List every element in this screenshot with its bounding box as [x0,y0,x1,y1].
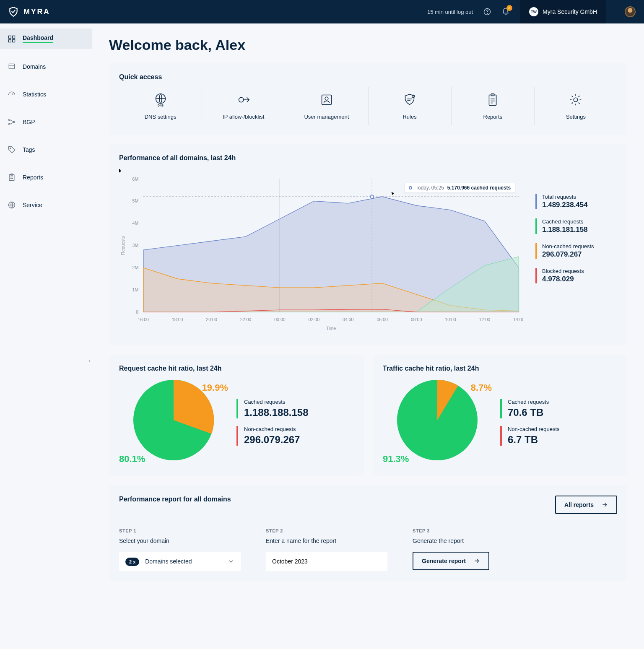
quick-user-management[interactable]: User management [285,87,368,125]
report-name-input[interactable] [272,558,381,565]
legend-value: 6.7 TB [508,434,617,446]
legend-label: Cached requests [542,218,617,225]
tooltip-value: 5.170.966 cached requests [447,185,511,191]
all-reports-label: All reports [564,501,594,508]
legend-value: 1.489.238.454 [542,201,617,209]
tag-icon [8,145,16,154]
report-icon [485,92,501,108]
svg-text:Requests: Requests [120,236,125,255]
performance-title: Performance of all domains, last 24h [119,154,617,162]
quick-reports[interactable]: Reports [452,87,535,125]
all-reports-button[interactable]: All reports [555,496,617,514]
step-number: STEP 3 [413,528,489,533]
quick-access-panel: Quick access DNS DNS settings IP allow-/… [109,63,627,135]
svg-rect-5 [13,39,15,42]
notification-badge: 2 [506,5,512,11]
legend-value: 296.079.267 [244,434,353,446]
quick-label: Reports [483,114,503,120]
help-icon[interactable] [483,8,491,16]
svg-rect-20 [489,95,496,106]
svg-point-22 [574,98,578,102]
quick-label: DNS settings [145,114,177,120]
svg-text:14:00: 14:00 [513,317,523,322]
legend-value: 70.6 TB [508,407,617,418]
sidebar-item-label: Statistics [23,91,46,98]
legend-item: Non-cached requests 6.7 TB [500,426,617,446]
sidebar-item-reports[interactable]: Reports [0,167,92,187]
sidebar-collapse-button[interactable] [87,355,93,367]
quick-label: Rules [402,114,416,120]
svg-rect-4 [9,39,11,42]
report-step-3: STEP 3 Generate the report Generate repo… [413,528,489,571]
arrow-right-icon [601,501,608,508]
legend-label: Non-cached requests [244,426,353,432]
quick-rules[interactable]: Rules [369,87,452,125]
organization-switcher[interactable]: TW Myra Security GmbH [520,0,606,23]
performance-chart[interactable]: 01M2M3M4M5M6M16:0018:0020:0022:0000:0002… [119,168,523,335]
gauge-icon [8,90,16,99]
legend-item: Cached requests 70.6 TB [500,399,617,418]
svg-text:20:00: 20:00 [206,317,217,322]
sidebar-item-service[interactable]: Service [0,195,92,215]
svg-text:DNS: DNS [158,104,164,107]
domains-icon [8,62,16,71]
svg-point-8 [9,123,10,125]
legend-value: 1.188.188.158 [244,407,353,418]
legend-label: Non-cached requests [508,426,617,432]
sidebar-item-label: Service [23,202,42,208]
svg-rect-6 [9,64,14,69]
svg-text:6M: 6M [132,177,139,182]
svg-text:00:00: 00:00 [274,317,286,322]
sidebar-item-label: BGP [23,119,35,125]
gear-icon [568,92,584,108]
network-icon [8,118,16,126]
logout-timer: 15 min until log out [427,9,473,15]
globe-icon [8,201,16,209]
svg-rect-17 [322,95,332,105]
quick-access-title: Quick access [119,73,617,81]
svg-text:22:00: 22:00 [240,317,252,322]
legend-label: Non-cached requests [542,243,617,249]
report-step-2: STEP 2 Enter a name for the report [266,528,387,571]
svg-rect-3 [13,36,15,38]
quick-ip-blocklist[interactable]: IP allow-/blocklist [202,87,285,125]
svg-point-47 [119,169,121,173]
traffic-major-pct: 91.3% [383,454,409,465]
users-icon [319,92,335,108]
sidebar-item-tags[interactable]: Tags [0,140,92,160]
sidebar-item-label: Tags [23,146,35,153]
brand[interactable]: MYRA [8,6,50,18]
mouse-cursor-icon [391,191,396,196]
generate-report-button[interactable]: Generate report [413,552,489,570]
sidebar-item-statistics[interactable]: Statistics [0,84,92,104]
quick-settings[interactable]: Settings [535,87,617,125]
quick-label: Settings [566,114,586,120]
svg-text:5M: 5M [132,198,139,203]
request-cache-title: Request cache hit ratio, last 24h [119,365,353,372]
legend-item: Cached requests 1.188.188.158 [236,399,353,418]
quick-dns-settings[interactable]: DNS DNS settings [119,87,202,125]
domain-count-pill: 2 x [125,558,139,566]
domain-select[interactable]: 2 x Domains selected [119,552,241,571]
arrow-right-icon [473,558,480,564]
legend-item: Non-cached requests296.079.267 [535,243,617,259]
tooltip-time: Today, 05:25 [415,185,444,191]
svg-text:1M: 1M [132,287,139,292]
chevron-down-icon [228,558,234,565]
step-number: STEP 1 [119,528,241,533]
sidebar-item-domains[interactable]: Domains [0,57,92,77]
sidebar-item-label: Reports [23,174,43,181]
org-avatar: TW [529,7,538,16]
svg-text:16:00: 16:00 [138,317,149,322]
sidebar-item-bgp[interactable]: BGP [0,112,92,132]
chart-tooltip: Today, 05:25 5.170.966 cached requests [404,183,515,193]
performance-legend: Total requests1.489.238.454Cached reques… [535,168,617,335]
traffic-cache-panel: Traffic cache hit ratio, last 24h 8.7% 9… [373,355,627,476]
svg-rect-2 [9,36,11,38]
bell-icon[interactable]: 2 [501,8,510,16]
svg-point-18 [325,97,328,100]
svg-text:04:00: 04:00 [343,317,354,322]
svg-point-10 [10,148,11,149]
sidebar-item-dashboard[interactable]: Dashboard [0,29,92,49]
user-avatar[interactable] [625,6,636,17]
